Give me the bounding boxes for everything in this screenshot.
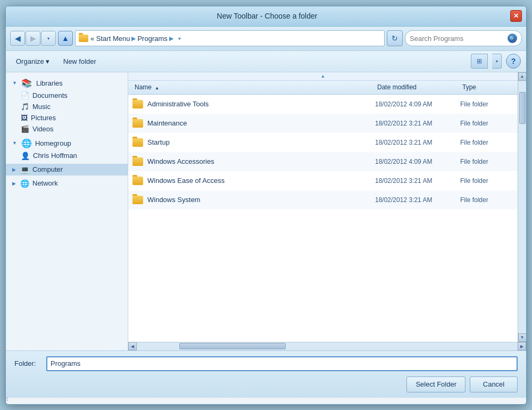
view-dropdown-button[interactable]: ▾ [492,54,502,69]
scroll-thumb[interactable] [519,92,526,124]
sidebar-item-libraries[interactable]: ▼ 📚 Libraries [6,77,128,90]
col-header-type[interactable]: Type [460,83,513,91]
scroll-track[interactable] [519,81,526,333]
col-header-name[interactable]: Name ▲ [132,83,375,91]
refresh-button[interactable]: ↻ [387,30,403,46]
network-label: Network [32,179,58,187]
table-row[interactable]: Windows Accessories 18/02/2012 4:09 AM F… [128,152,518,171]
homegroup-icon: 🌐 [21,138,32,148]
view-icon: ⊞ [477,57,482,65]
forward-button[interactable]: ▶ [26,31,40,46]
sidebar-item-documents[interactable]: 📄 Documents [6,90,128,101]
view-button[interactable]: ⊞ [471,54,488,69]
bottom-section: Folder: Select Folder Cancel [6,350,526,398]
new-folder-button[interactable]: New folder [59,54,101,69]
dialog-title: New Toolbar - Choose a folder [24,12,510,20]
scroll-left-button[interactable]: ◀ [128,342,137,350]
file-name: Startup [147,138,375,146]
close-button[interactable]: ✕ [510,10,522,22]
network-section: ▶ 🌐 Network [6,178,128,189]
table-row[interactable]: Administrative Tools 18/02/2012 4:09 AM … [128,95,518,114]
sidebar-item-homegroup[interactable]: ▼ 🌐 Homegroup [6,137,128,150]
folder-icon [132,100,143,108]
folder-icon [132,138,143,147]
sidebar-item-videos[interactable]: 🎬 Videos [6,123,128,135]
search-input[interactable] [410,35,505,43]
organize-label: Organize [16,57,44,65]
file-type: File folder [460,177,513,185]
user-icon: 👤 [21,152,30,160]
sidebar-item-user[interactable]: 👤 Chris Hoffman [6,150,128,162]
libraries-icon: 📚 [21,78,32,88]
col-sort-arrow: ▲ [155,86,159,90]
address-bar: ◀ ▶ ▾ ▲ « Start Menu ▶ Programs ▶ ▾ ↻ 🔍 [6,27,526,51]
libraries-label: Libraries [36,79,63,87]
table-row[interactable]: Windows System 18/02/2012 3:21 AM File f… [128,190,518,210]
scroll-right-button[interactable]: ▶ [518,342,526,350]
breadcrumb-folder-icon [79,35,88,42]
dialog-window: New Toolbar - Choose a folder ✕ ◀ ▶ ▾ ▲ … [5,6,527,405]
scroll-up-button[interactable]: ▲ [518,72,527,81]
homegroup-section: ▼ 🌐 Homegroup 👤 Chris Hoffman [6,137,128,162]
breadcrumb-arrow-2: ▶ [169,35,173,42]
folder-input[interactable] [46,356,518,371]
sidebar-item-computer[interactable]: ▶ 💻 Computer [6,164,128,175]
horiz-scroll-thumb[interactable] [179,343,286,349]
button-row: Select Folder Cancel [14,376,518,392]
libraries-section: ▼ 📚 Libraries 📄 Documents 🎵 Music 🖼 Pict… [6,77,128,135]
table-row[interactable]: Maintenance 18/02/2012 3:21 AM File fold… [128,114,518,133]
folder-icon [132,157,143,166]
music-label: Music [32,103,51,111]
resize-handle[interactable]: ⠿ [5,397,11,403]
file-type: File folder [460,158,513,165]
select-folder-button[interactable]: Select Folder [406,376,466,392]
scroll-up-indicator[interactable]: ▲ [128,72,518,81]
scroll-up-icon: ▲ [321,73,326,79]
organize-button[interactable]: Organize ▾ [11,54,54,69]
file-list: Administrative Tools 18/02/2012 4:09 AM … [128,95,518,342]
homegroup-label: Homegroup [35,139,71,147]
folder-icon [132,119,143,128]
table-row[interactable]: Startup 18/02/2012 3:21 AM File folder [128,133,518,152]
sidebar-item-music[interactable]: 🎵 Music [6,101,128,112]
scroll-container: ▲ Name ▲ Date modified Type [128,72,526,342]
help-button[interactable]: ? [506,54,521,69]
search-icon: 🔍 [509,36,516,41]
back-button[interactable]: ◀ [10,31,25,46]
organize-dropdown-icon: ▾ [46,57,49,65]
pictures-label: Pictures [31,114,56,122]
col-header-date[interactable]: Date modified [375,83,460,91]
folder-row: Folder: [14,356,518,371]
column-headers: Name ▲ Date modified Type [128,81,518,95]
horiz-scroll-track[interactable] [137,342,518,350]
file-name: Windows System [147,196,375,204]
sidebar-item-network[interactable]: ▶ 🌐 Network [6,178,128,189]
col-type-label: Type [462,83,476,91]
file-date: 18/02/2012 4:09 AM [375,101,460,108]
breadcrumb-bar[interactable]: « Start Menu ▶ Programs ▶ ▾ [75,30,385,46]
network-icon: 🌐 [20,179,29,188]
file-date: 18/02/2012 3:21 AM [375,196,460,204]
up-button[interactable]: ▲ [58,31,73,46]
nav-history-dropdown[interactable]: ▾ [41,31,56,46]
vertical-scrollbar[interactable]: ▲ ▼ [518,72,526,342]
folder-icon [132,196,143,204]
folder-label: Folder: [14,359,41,367]
cancel-button[interactable]: Cancel [470,376,518,392]
refresh-icon: ↻ [392,34,398,43]
view-dropdown-icon: ▾ [496,59,498,64]
scroll-down-button[interactable]: ▼ [518,333,527,342]
horizontal-scrollbar[interactable]: ◀ ▶ [128,342,526,350]
file-area: ▲ Name ▲ Date modified Type [128,72,526,350]
breadcrumb-dropdown-button[interactable]: ▾ [178,36,181,41]
title-bar: New Toolbar - Choose a folder ✕ [6,6,526,27]
file-list-container: ▲ Name ▲ Date modified Type [128,72,518,342]
music-icon: 🎵 [21,103,29,111]
forward-icon: ▶ [30,34,36,43]
libraries-expand-icon: ▼ [12,80,17,86]
table-row[interactable]: Windows Ease of Access 18/02/2012 3:21 A… [128,171,518,190]
search-button[interactable]: 🔍 [508,34,517,43]
computer-section: ▶ 💻 Computer [6,164,128,175]
sidebar-item-pictures[interactable]: 🖼 Pictures [6,112,128,123]
computer-icon: 💻 [20,165,29,174]
